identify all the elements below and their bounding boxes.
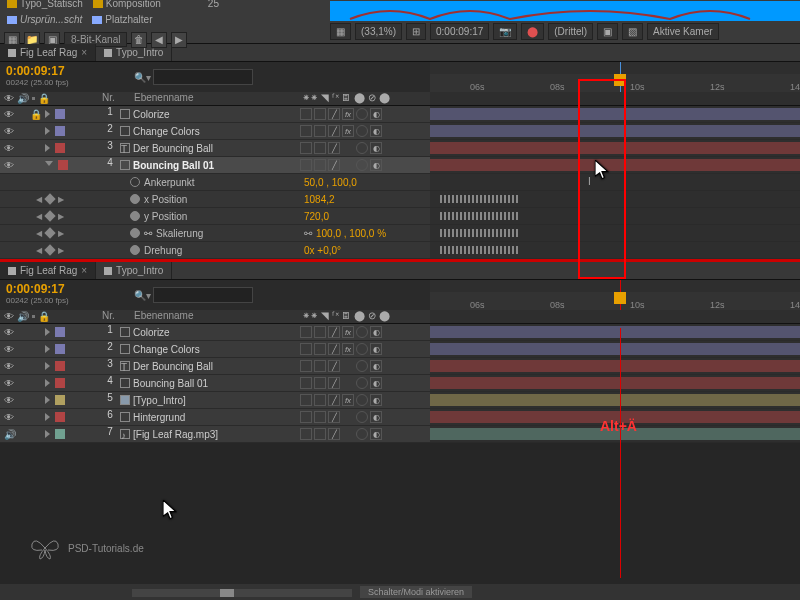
twirl-icon[interactable]: [45, 413, 50, 421]
adjustment-switch[interactable]: ◐: [370, 326, 382, 338]
adjustment-switch[interactable]: ◐: [370, 394, 382, 406]
quality-switch[interactable]: ╱: [328, 428, 340, 440]
label-color[interactable]: [55, 126, 65, 136]
layer-row[interactable]: 🔊 7 ♪ [Fig Leaf Rag.mp3] ╱ ◐: [0, 426, 800, 443]
visibility-toggle[interactable]: 👁: [4, 344, 14, 354]
lock-toggle[interactable]: [30, 395, 40, 405]
collapse-switch[interactable]: [314, 377, 326, 389]
snapshot-button[interactable]: 📷: [493, 23, 517, 40]
layer-row[interactable]: 👁 🔒 1 Colorize ╱ fx ◐: [0, 106, 800, 123]
layer-row[interactable]: 👁 2 Change Colors ╱ fx ◐: [0, 123, 800, 140]
timecode-display[interactable]: 0:00:09:17: [430, 23, 489, 40]
tab-typo-intro[interactable]: Typo_Intro: [96, 262, 172, 279]
visibility-toggle[interactable]: 👁: [4, 126, 14, 136]
current-time[interactable]: 0:00:09:17: [6, 282, 126, 296]
channels-button[interactable]: ⬤: [521, 23, 544, 40]
tab-typo-intro[interactable]: Typo_Intro: [96, 44, 172, 61]
stopwatch-icon[interactable]: [130, 245, 140, 255]
lock-toggle[interactable]: [30, 143, 40, 153]
fx-switch[interactable]: fx: [342, 108, 354, 120]
visibility-toggle[interactable]: 👁: [4, 143, 14, 153]
collapse-switch[interactable]: [314, 343, 326, 355]
quality-switch[interactable]: ╱: [328, 108, 340, 120]
lock-toggle[interactable]: [30, 344, 40, 354]
motion-blur-switch[interactable]: [356, 159, 368, 171]
layer-track[interactable]: [430, 341, 800, 357]
shy-switch[interactable]: [300, 411, 312, 423]
collapse-switch[interactable]: [314, 108, 326, 120]
project-item[interactable]: Komposition: [90, 0, 164, 9]
close-icon[interactable]: ×: [81, 265, 87, 276]
adjustment-switch[interactable]: ◐: [370, 108, 382, 120]
layer-track[interactable]: [430, 140, 800, 156]
stopwatch-icon[interactable]: [130, 211, 140, 221]
label-color[interactable]: [55, 327, 65, 337]
camera-select[interactable]: Aktive Kamer: [647, 23, 718, 40]
quality-switch[interactable]: ╱: [328, 411, 340, 423]
fx-switch[interactable]: fx: [342, 394, 354, 406]
layer-name[interactable]: [Fig Leaf Rag.mp3]: [133, 429, 218, 440]
twirl-icon[interactable]: [45, 328, 50, 336]
property-value[interactable]: ⚯100,0 , 100,0 %: [300, 225, 430, 241]
layer-track[interactable]: [430, 157, 800, 173]
viewer-option-button[interactable]: ⊞: [406, 23, 426, 40]
lock-toggle[interactable]: [30, 378, 40, 388]
visibility-toggle[interactable]: 👁: [4, 327, 14, 337]
twirl-icon[interactable]: [45, 110, 50, 118]
switches-toggle-button[interactable]: Schalter/Modi aktivieren: [360, 586, 472, 598]
shy-switch[interactable]: [300, 343, 312, 355]
visibility-toggle[interactable]: 👁: [4, 361, 14, 371]
shy-switch[interactable]: [300, 377, 312, 389]
property-track[interactable]: [430, 225, 800, 241]
label-color[interactable]: [55, 412, 65, 422]
project-item[interactable]: Platzhalter: [89, 14, 155, 25]
collapse-switch[interactable]: [314, 394, 326, 406]
label-color[interactable]: [58, 160, 68, 170]
quality-switch[interactable]: ╱: [328, 159, 340, 171]
layer-name[interactable]: Der Bouncing Ball: [133, 361, 213, 372]
shy-switch[interactable]: [300, 360, 312, 372]
collapse-switch[interactable]: [314, 411, 326, 423]
visibility-toggle[interactable]: 👁: [4, 160, 14, 170]
twirl-icon[interactable]: [45, 379, 50, 387]
grid-select[interactable]: (Drittel): [548, 23, 593, 40]
label-color[interactable]: [55, 429, 65, 439]
quality-switch[interactable]: ╱: [328, 326, 340, 338]
adjustment-switch[interactable]: ◐: [370, 343, 382, 355]
motion-blur-switch[interactable]: [356, 394, 368, 406]
quality-switch[interactable]: ╱: [328, 360, 340, 372]
layer-row[interactable]: 👁 2 Change Colors ╱ fx ◐: [0, 341, 800, 358]
shy-switch[interactable]: [300, 142, 312, 154]
shy-switch[interactable]: [300, 326, 312, 338]
adjustment-switch[interactable]: ◐: [370, 428, 382, 440]
label-color[interactable]: [55, 344, 65, 354]
visibility-toggle[interactable]: 🔊: [4, 429, 14, 439]
adjustment-switch[interactable]: ◐: [370, 125, 382, 137]
layer-track[interactable]: [430, 106, 800, 122]
twirl-icon[interactable]: [45, 362, 50, 370]
motion-blur-switch[interactable]: [356, 125, 368, 137]
property-name[interactable]: Drehung: [144, 245, 182, 256]
stopwatch-icon[interactable]: [130, 228, 140, 238]
layer-name[interactable]: Colorize: [133, 109, 170, 120]
lock-toggle[interactable]: 🔒: [30, 109, 40, 119]
layer-row[interactable]: 👁 1 Colorize ╱ fx ◐: [0, 324, 800, 341]
property-value[interactable]: 1084,2: [300, 191, 430, 207]
shy-switch[interactable]: [300, 428, 312, 440]
playhead[interactable]: [620, 62, 621, 92]
close-icon[interactable]: ×: [81, 47, 87, 58]
property-track[interactable]: [430, 242, 800, 258]
fx-switch[interactable]: fx: [342, 326, 354, 338]
keyframe-toggle[interactable]: [44, 210, 55, 221]
shy-switch[interactable]: [300, 108, 312, 120]
label-color[interactable]: [55, 143, 65, 153]
layer-name[interactable]: Der Bouncing Ball: [133, 143, 213, 154]
visibility-toggle[interactable]: 👁: [4, 109, 14, 119]
nav-next-button[interactable]: ▶: [171, 32, 187, 48]
visibility-toggle[interactable]: 👁: [4, 412, 14, 422]
label-color[interactable]: [55, 378, 65, 388]
lock-toggle[interactable]: [30, 412, 40, 422]
layer-name[interactable]: [Typo_Intro]: [133, 395, 186, 406]
twirl-icon[interactable]: [45, 430, 50, 438]
next-keyframe-button[interactable]: ▶: [58, 229, 64, 238]
